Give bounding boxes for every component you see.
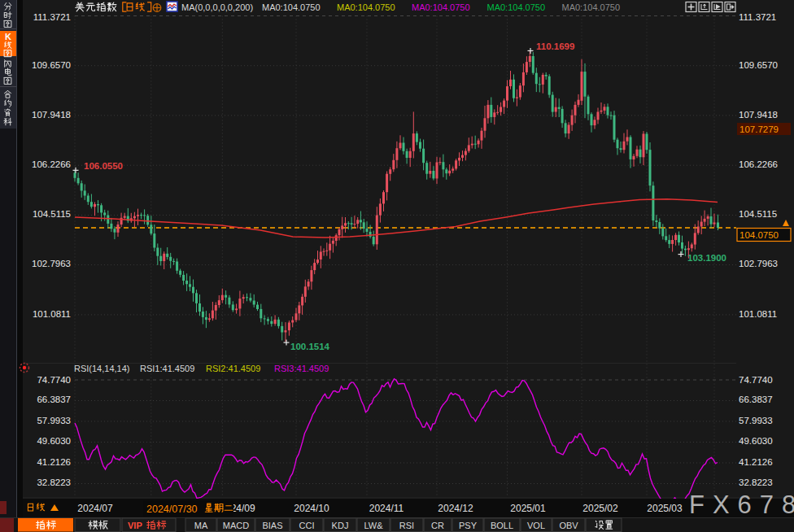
svg-text:MA(0,0,0,0,0,200): MA(0,0,0,0,0,200) (181, 2, 253, 12)
svg-text:VIP: VIP (128, 521, 142, 530)
svg-text:106.2266: 106.2266 (739, 159, 778, 169)
svg-text:CR: CR (431, 521, 444, 530)
svg-text:107.9418: 107.9418 (739, 110, 778, 120)
svg-text:BOLL: BOLL (491, 521, 513, 530)
svg-text:107.9418: 107.9418 (32, 110, 71, 120)
svg-text:49.6030: 49.6030 (37, 436, 71, 446)
svg-text:102.7963: 102.7963 (739, 259, 778, 268)
svg-text:2024/11: 2024/11 (369, 503, 404, 514)
svg-text:2025/03: 2025/03 (647, 503, 683, 514)
svg-text:MA0:104.0750: MA0:104.0750 (562, 2, 621, 12)
svg-text:106.0550: 106.0550 (84, 161, 123, 171)
svg-text:66.3837: 66.3837 (739, 395, 773, 404)
svg-text:PSY: PSY (459, 521, 478, 530)
svg-text:104.0750: 104.0750 (739, 230, 779, 240)
svg-text:74.7740: 74.7740 (37, 375, 71, 385)
svg-text:FX678: FX678 (689, 491, 794, 519)
svg-text:2024/07: 2024/07 (77, 503, 113, 514)
svg-text:32.8223: 32.8223 (37, 477, 71, 487)
svg-text:MA0:104.0750: MA0:104.0750 (412, 2, 470, 12)
svg-text:111.3721: 111.3721 (739, 12, 776, 22)
svg-text:OBV: OBV (559, 521, 578, 530)
svg-text:RSI3:41.4509: RSI3:41.4509 (274, 364, 329, 373)
svg-text:MACD: MACD (223, 521, 249, 530)
svg-text:MA0:104.0750: MA0:104.0750 (337, 2, 395, 12)
svg-text:2024/07/30: 2024/07/30 (146, 504, 198, 515)
svg-text:100.1514: 100.1514 (290, 342, 330, 351)
svg-text:CCI: CCI (299, 521, 315, 530)
svg-text:109.6570: 109.6570 (739, 60, 778, 70)
svg-text:49.6030: 49.6030 (739, 436, 773, 446)
svg-text:103.1900: 103.1900 (687, 253, 726, 263)
svg-text:110.1699: 110.1699 (536, 41, 574, 51)
svg-text:74.7740: 74.7740 (739, 375, 773, 385)
svg-text:106.2266: 106.2266 (32, 159, 71, 169)
svg-text:66.3837: 66.3837 (37, 395, 71, 404)
svg-text:2024/10: 2024/10 (294, 503, 329, 514)
svg-text:MA0:104.0750: MA0:104.0750 (487, 2, 546, 12)
svg-text:57.9933: 57.9933 (37, 416, 71, 425)
svg-text:K: K (5, 32, 11, 41)
svg-text:57.9933: 57.9933 (739, 416, 773, 425)
svg-text:101.0811: 101.0811 (33, 309, 71, 319)
svg-text:RSI: RSI (399, 521, 414, 530)
svg-text:104.5115: 104.5115 (739, 209, 777, 219)
svg-text:2024/12: 2024/12 (438, 503, 473, 514)
svg-text:107.7279: 107.7279 (739, 124, 779, 134)
svg-text:101.0811: 101.0811 (739, 309, 777, 319)
svg-text:41.2126: 41.2126 (739, 457, 773, 467)
svg-text:VOL: VOL (527, 521, 545, 530)
svg-text:41.2126: 41.2126 (37, 457, 71, 467)
svg-text:RSI(14,14,14): RSI(14,14,14) (74, 364, 129, 373)
svg-text:RSI1:41.4509: RSI1:41.4509 (140, 364, 194, 373)
svg-text:MA0:104.0750: MA0:104.0750 (262, 2, 321, 12)
svg-text:104.5115: 104.5115 (33, 209, 71, 219)
svg-text:2025/01: 2025/01 (510, 503, 546, 514)
svg-text:111.3721: 111.3721 (33, 12, 71, 22)
svg-text:102.7963: 102.7963 (32, 259, 71, 268)
svg-text:MA: MA (194, 521, 208, 530)
svg-text:BIAS: BIAS (262, 521, 282, 530)
svg-text:RSI2:41.4509: RSI2:41.4509 (206, 364, 260, 373)
svg-text:32.8223: 32.8223 (739, 477, 773, 487)
svg-text:109.6570: 109.6570 (32, 60, 71, 70)
svg-text:LW&: LW& (364, 521, 383, 530)
svg-text:2025/02: 2025/02 (582, 503, 618, 514)
svg-text:KDJ: KDJ (332, 521, 349, 530)
